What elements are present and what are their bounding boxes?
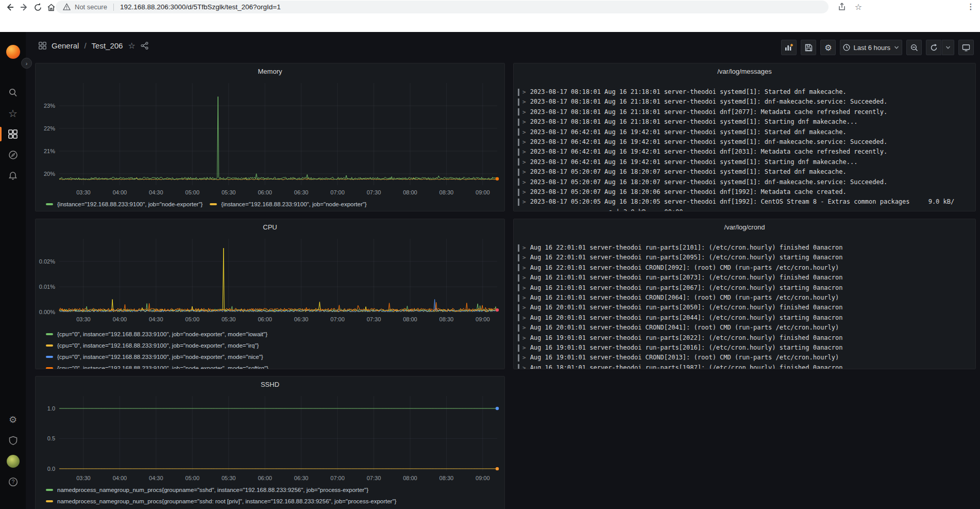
log-row[interactable]: >2023-08-17 05:20:05 Aug 16 18:20:05 ser… [518,197,973,207]
panel-title[interactable]: Memory [36,63,504,79]
share-icon[interactable] [836,1,848,13]
log-expand-icon[interactable]: > [522,293,526,303]
log-row[interactable]: >2023-08-17 06:42:01 Aug 16 19:42:01 ser… [518,147,973,157]
forward-icon[interactable] [18,1,31,14]
log-expand-icon[interactable]: > [522,363,526,369]
log-row[interactable]: >Aug 16 20:01:01 server-theodoi run-part… [518,313,973,323]
log-row[interactable]: >Aug 16 19:01:01 server-theodoi run-part… [518,343,973,353]
bookmark-star-icon[interactable]: ☆ [852,1,865,13]
cycle-view-button[interactable] [958,40,974,55]
time-range-button[interactable]: Last 6 hours [840,40,902,55]
log-row[interactable]: >Aug 16 21:01:01 server-theodoi CROND[20… [518,293,973,303]
legend-item[interactable]: {instance="192.168.88.233:9100", job="no… [46,199,202,210]
log-row[interactable]: >Aug 16 21:01:01 server-theodoi run-part… [518,273,973,283]
alerting-bell-icon[interactable] [0,165,26,186]
dashboard-settings-button[interactable]: ⚙ [820,40,836,55]
log-row[interactable]: >2023-08-17 06:42:01 Aug 16 19:42:01 ser… [518,137,973,147]
legend-item[interactable]: {cpu="0", instance="192.168.88.233:9100"… [46,340,500,351]
log-row[interactable]: >2023-08-17 08:18:01 Aug 16 21:18:01 ser… [518,87,973,97]
log-expand-icon[interactable]: > [522,187,526,197]
log-row[interactable]: >Aug 16 22:01:01 server-theodoi CROND[20… [518,263,973,273]
refresh-button[interactable] [926,40,941,55]
memory-chart[interactable]: 03:3004:0004:3005:0005:3006:0006:3007:00… [36,79,504,199]
panel-title[interactable]: SSHD [36,376,504,392]
log-expand-icon[interactable]: > [522,117,526,127]
legend-item[interactable]: {cpu="0", instance="192.168.88.233:9100"… [46,329,500,340]
add-panel-button[interactable] [781,40,797,55]
reload-icon[interactable] [31,1,44,14]
log-row[interactable]: >Aug 16 20:01:01 server-theodoi CROND[20… [518,323,973,333]
log-row[interactable]: >Aug 16 20:01:01 server-theodoi run-part… [518,303,973,313]
log-row[interactable]: >Aug 16 19:01:01 server-theodoi run-part… [518,333,973,343]
breadcrumb-page[interactable]: Test_206 [92,41,123,50]
sshd-chart[interactable]: 03:3004:0004:3005:0005:3006:0006:3007:00… [36,392,504,484]
log-expand-icon[interactable]: > [522,243,526,253]
dashboards-icon[interactable] [0,124,26,144]
zoom-out-button[interactable] [906,40,922,55]
cpu-chart[interactable]: 03:3004:0004:3005:0005:3006:0006:3007:00… [36,235,504,325]
legend-item[interactable]: namedprocess_namegroup_num_procs{groupna… [46,496,500,507]
dashboards-grid-icon[interactable] [39,42,46,50]
log-expand-icon[interactable]: > [522,197,526,207]
panel-title[interactable]: /var/log/messages [514,63,975,79]
dashboard-toolbar: ⚙ Last 6 hours [781,40,974,55]
log-expand-icon[interactable]: > [522,323,526,333]
configuration-gear-icon[interactable]: ⚙ [0,409,26,430]
log-row[interactable]: >2023-08-17 06:42:01 Aug 16 19:42:01 ser… [518,127,973,137]
log-row[interactable]: >Aug 16 18:01:01 server-theodoi run-part… [518,363,973,369]
log-row[interactable]: >2023-08-17 06:42:01 Aug 16 19:42:01 ser… [518,157,973,167]
panel-title[interactable]: CPU [36,219,504,235]
sidebar-expand-icon[interactable]: › [21,58,32,69]
starred-icon[interactable]: ☆ [0,103,26,124]
log-expand-icon[interactable]: > [522,263,526,273]
address-bar[interactable]: Not secure 192.168.88.206:3000/d/5TfbSzg… [56,1,829,13]
legend-item[interactable]: {instance="192.168.88.233:9100", job="no… [210,199,366,210]
favorite-star-icon[interactable]: ☆ [128,41,135,51]
panel-title[interactable]: /var/log/crond [514,219,975,235]
share-dashboard-icon[interactable] [141,42,148,50]
log-row[interactable]: >2023-08-17 05:20:07 Aug 16 18:20:06 ser… [518,187,973,197]
user-avatar[interactable] [0,451,26,471]
browser-menu-icon[interactable]: ⋮ [965,1,977,13]
log-expand-icon[interactable]: > [522,303,526,313]
log-row[interactable]: >2023-08-17 08:18:01 Aug 16 21:18:01 ser… [518,97,973,107]
log-row[interactable]: >2023-08-17 05:20:07 Aug 16 18:20:07 ser… [518,177,973,187]
legend-item[interactable]: namedprocess_namegroup_num_procs{groupna… [46,484,500,496]
log-row[interactable]: >2023-08-17 08:18:01 Aug 16 21:18:01 ser… [518,117,973,127]
log-expand-icon[interactable]: > [522,157,526,167]
log-expand-icon[interactable]: > [522,253,526,262]
help-icon[interactable]: ? [0,471,26,492]
legend-item[interactable]: {cpu="0", instance="192.168.88.233:9100"… [46,351,500,363]
log-expand-icon[interactable]: > [522,343,526,353]
log-row[interactable]: >Aug 16 22:01:01 server-theodoi run-part… [518,253,973,262]
save-dashboard-button[interactable] [801,40,816,55]
log-expand-icon[interactable]: > [522,273,526,283]
back-icon[interactable] [3,1,16,14]
breadcrumb-section[interactable]: General [52,41,79,50]
explore-compass-icon[interactable] [0,144,26,165]
log-expand-icon[interactable]: > [522,353,526,363]
search-icon[interactable] [0,83,26,103]
log-expand-icon[interactable]: > [522,177,526,187]
log-expand-icon[interactable]: > [522,87,526,97]
log-row[interactable]: >Aug 16 22:01:01 server-theodoi run-part… [518,243,973,253]
log-row[interactable]: >2023-08-17 05:20:07 Aug 16 18:20:07 ser… [518,167,973,177]
legend-item[interactable]: namedprocess_namegroup_num_procs{groupna… [46,507,500,509]
log-expand-icon[interactable]: > [522,313,526,323]
log-expand-icon[interactable]: > [522,97,526,107]
legend-item[interactable]: {cpu="0", instance="192.168.88.233:9100"… [46,363,500,369]
server-admin-shield-icon[interactable] [0,430,26,451]
log-expand-icon[interactable]: > [522,333,526,343]
log-expand-icon[interactable]: > [522,167,526,177]
refresh-interval-dropdown[interactable] [942,40,954,55]
log-row[interactable]: >Aug 16 21:01:01 server-theodoi run-part… [518,283,973,293]
log-expand-icon[interactable]: > [522,107,526,117]
log-expand-icon[interactable]: > [522,127,526,137]
log-expand-icon[interactable]: > [522,137,526,147]
grafana-logo[interactable] [0,41,26,62]
svg-text:09:00: 09:00 [476,316,490,322]
log-row[interactable]: >Aug 16 19:01:01 server-theodoi CROND[20… [518,353,973,363]
log-expand-icon[interactable]: > [522,283,526,293]
log-row[interactable]: >2023-08-17 08:18:01 Aug 16 21:18:01 ser… [518,107,973,117]
log-expand-icon[interactable]: > [522,147,526,157]
